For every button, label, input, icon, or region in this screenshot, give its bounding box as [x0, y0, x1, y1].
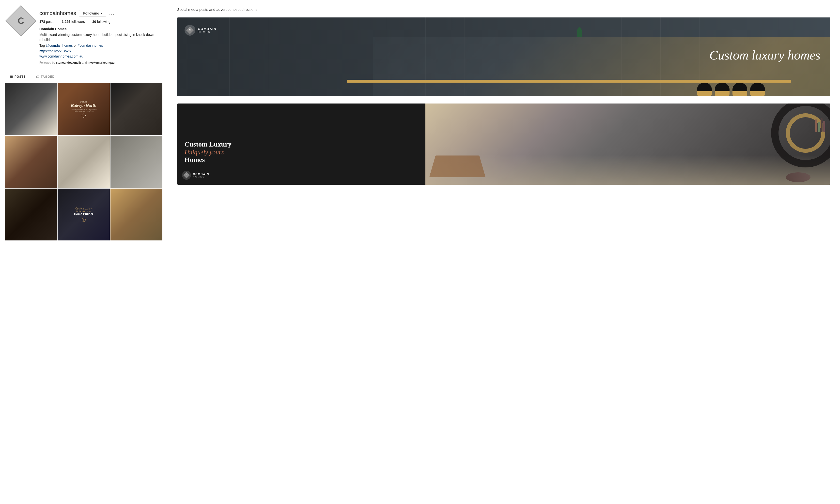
bio-line2: Tag @comdainhomes or #comdainhomes: [39, 43, 157, 48]
posts-grid: Display Balwyn North 74 Greythorn Road, …: [5, 83, 162, 240]
profile-header: C comdainhomes Following ▾ ... 178 posts: [5, 5, 162, 67]
luxury-cursive2: Uniquely yours: [76, 210, 91, 212]
grid-item-7[interactable]: [5, 188, 57, 240]
balwyn-sub: 74 Greythorn Road, Balwyn NorthOpen Sat-…: [71, 109, 97, 112]
ad1-logo-text: COMDAIN HOMES: [198, 27, 216, 33]
grid-item-1[interactable]: [5, 83, 57, 135]
posts-label: posts: [46, 20, 54, 23]
ad1-brand-sub: HOMES: [198, 31, 216, 33]
tab-tagged-label: TAGGED: [41, 75, 55, 78]
bio-section: Comdain Homes Multi award winning custom…: [39, 26, 157, 65]
luxury-logo: C: [82, 218, 86, 222]
avatar-diamond: C: [5, 5, 36, 36]
ad1-brand-name: COMDAIN: [198, 27, 216, 31]
ad2-headline-line1: Custom Luxury: [185, 140, 418, 148]
ad2-left-panel: Custom Luxury Uniquely yours Homes C: [177, 104, 425, 185]
grid-cell-7: [5, 188, 57, 240]
stats-row: 178 posts 1,225 followers 30 following: [39, 20, 157, 23]
short-link[interactable]: https://bit.ly/2ZlBoZ6: [39, 49, 71, 53]
ad1-diamond-letter: C: [189, 29, 191, 32]
tab-posts-label: POSTS: [15, 75, 26, 78]
balwyn-title: Balwyn North: [71, 104, 96, 108]
tag-link-1[interactable]: @comdainhomes: [46, 43, 73, 48]
grid-cell-6: [110, 136, 162, 187]
ad2-logo-text-group: COMDAIN HOMES: [193, 173, 209, 178]
followers-count: 1,225: [62, 20, 70, 23]
bio-website: www.comdainhomes.com.au: [39, 54, 157, 59]
ad2-table: [429, 156, 486, 177]
ad-1-container: C COMDAIN HOMES Custom luxury homes: [177, 17, 830, 96]
ad1-logo-circle: C: [185, 25, 195, 36]
instagram-profile-panel: C comdainhomes Following ▾ ... 178 posts: [5, 5, 162, 499]
ad2-floor: [425, 155, 830, 185]
luxury-cursive: Custom Luxury: [75, 207, 92, 210]
ad2-brand-name: COMDAIN: [193, 173, 209, 176]
following-label: following: [97, 20, 110, 23]
grid-item-5[interactable]: [57, 136, 109, 187]
follow-button[interactable]: Following ▾: [79, 10, 106, 17]
ad2-headline: Custom Luxury Uniquely yours Homes: [185, 140, 418, 165]
tag-icon: 🏷: [36, 75, 39, 79]
ad-2-container: Custom Luxury Uniquely yours Homes C: [177, 104, 830, 185]
ad1-headline: Custom luxury homes: [710, 48, 820, 63]
luxury-title: Home Builder: [74, 212, 93, 216]
followed-by: Followed by stoneandoakmelb and invokema…: [39, 60, 157, 65]
grid-cell-9: [110, 188, 162, 240]
grid-cell-5: [57, 136, 109, 187]
posts-count: 178: [39, 20, 45, 23]
grid-cell-3: [110, 83, 162, 135]
ad1-diamond-icon: C: [186, 26, 194, 34]
grid-item-8[interactable]: Custom Luxury Uniquely yours Home Builde…: [57, 188, 109, 240]
table-surface: [347, 80, 791, 83]
avatar-logo: C: [18, 16, 24, 26]
ad2-books: [815, 118, 825, 132]
profile-info: comdainhomes Following ▾ ... 178 posts 1…: [39, 10, 157, 65]
bio-short-link: https://bit.ly/2ZlBoZ6: [39, 49, 157, 54]
website-link[interactable]: www.comdainhomes.com.au: [39, 54, 83, 58]
grid-item-4[interactable]: [5, 136, 57, 187]
ad2-diamond-icon: C: [183, 172, 190, 178]
ad2-logo-circle: C: [182, 171, 191, 180]
follow-label: Following: [83, 11, 99, 15]
profile-tabs: ⊞ POSTS 🏷 TAGGED: [5, 71, 162, 82]
ad2-headline-line2: Homes: [185, 156, 418, 164]
follower-1[interactable]: stoneandoakmelb: [56, 61, 81, 65]
grid-cell-1: [5, 83, 57, 135]
tag-link-2[interactable]: #comdainhomes: [78, 43, 103, 48]
tab-tagged[interactable]: 🏷 TAGGED: [31, 71, 59, 82]
ad1-logo: C COMDAIN HOMES: [185, 25, 216, 36]
plant: [577, 27, 582, 37]
balwyn-display-label: Display: [80, 101, 87, 103]
followers-stat[interactable]: 1,225 followers: [62, 20, 85, 23]
grid-icon: ⊞: [10, 75, 13, 79]
grid-item-3[interactable]: [110, 83, 162, 135]
grid-item-2[interactable]: Display Balwyn North 74 Greythorn Road, …: [57, 83, 109, 135]
right-panel: Social media posts and advert concept di…: [172, 5, 835, 499]
followers-label: followers: [71, 20, 85, 23]
following-stat[interactable]: 30 following: [92, 20, 110, 23]
following-count: 30: [92, 20, 96, 23]
ad2-rug: [786, 172, 810, 182]
more-button[interactable]: ...: [109, 11, 115, 16]
ad-concept-1: C COMDAIN HOMES Custom luxury homes: [177, 17, 830, 96]
ad2-diamond-letter: C: [186, 174, 188, 177]
ad2-right-panel: [425, 104, 830, 185]
grid-cell-8: Custom Luxury Uniquely yours Home Builde…: [57, 188, 109, 240]
username: comdainhomes: [39, 10, 76, 17]
section-title: Social media posts and advert concept di…: [177, 7, 830, 12]
ad2-brand-sub: HOMES: [193, 176, 209, 178]
ad-concept-2: Custom Luxury Uniquely yours Homes C: [177, 104, 830, 185]
bio-name: Comdain Homes: [39, 26, 157, 32]
grid-cell-2: Display Balwyn North 74 Greythorn Road, …: [57, 83, 109, 135]
grid-item-6[interactable]: [110, 136, 162, 187]
profile-top-row: comdainhomes Following ▾ ...: [39, 10, 157, 17]
balwyn-logo: C: [82, 113, 86, 118]
chevron-down-icon: ▾: [101, 12, 102, 15]
balwyn-overlay: Display Balwyn North 74 Greythorn Road, …: [57, 83, 109, 135]
grid-item-9[interactable]: [110, 188, 162, 240]
posts-stat: 178 posts: [39, 20, 54, 23]
avatar: C: [10, 10, 32, 32]
tab-posts[interactable]: ⊞ POSTS: [5, 71, 31, 82]
ad2-cursive: Uniquely yours: [185, 149, 418, 156]
follower-2[interactable]: invokemarketingau: [88, 61, 115, 65]
